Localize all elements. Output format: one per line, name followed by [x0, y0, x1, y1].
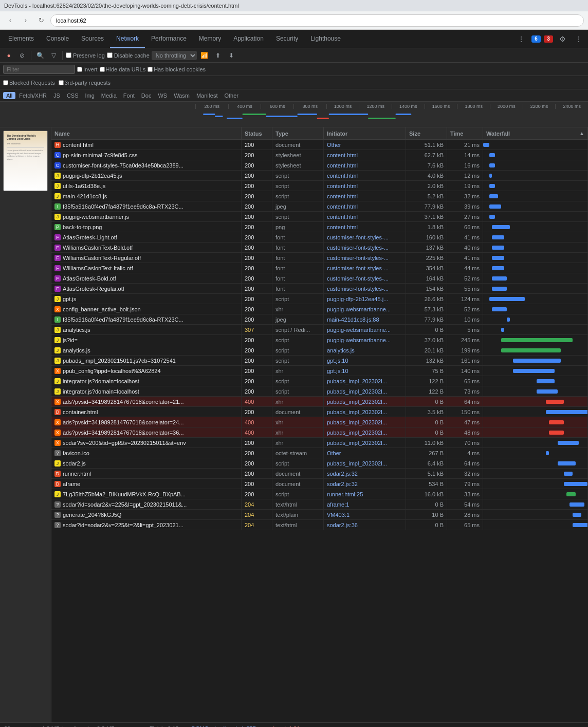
table-row[interactable]: I f35f5a916a0f4ed7fa4879f1ee9d6c8a-RTX23… [51, 314, 588, 325]
td-initiator[interactable]: pugpig-websmartbanne... [324, 335, 406, 345]
invert-label[interactable]: Invert [77, 66, 98, 72]
table-row[interactable]: C customiser-font-styles-75ca0de34e50bca… [51, 160, 588, 171]
table-row[interactable]: J main-421d1cc8.js 200 script content.ht… [51, 191, 588, 201]
disable-cache-checkbox[interactable] [107, 52, 113, 58]
td-initiator[interactable]: customiser-font-styles-... [324, 243, 406, 252]
table-row[interactable]: J pubads_impl_20230215011.js?cb=31072541… [51, 356, 588, 366]
td-initiator[interactable]: gpt.js:10 [324, 366, 406, 376]
table-row[interactable]: C pp-skin-minimal-7c9fe8d5.css 200 style… [51, 150, 588, 160]
td-initiator[interactable]: customiser-font-styles-... [324, 273, 406, 283]
tab-performance[interactable]: Performance [145, 30, 193, 48]
address-bar[interactable] [50, 14, 584, 27]
td-initiator[interactable]: pubads_impl_202302l... [324, 417, 406, 427]
td-initiator[interactable]: pubads_impl_202302l... [324, 427, 406, 437]
table-row[interactable]: ? sodar?id=sodar2&v=225&t=2&li=gpt_20230… [51, 520, 588, 530]
td-initiator[interactable]: pubads_impl_202302l... [324, 438, 406, 448]
table-row[interactable]: J analytics.js 307 script / Redi... pugp… [51, 325, 588, 335]
th-initiator[interactable]: Initiator [324, 127, 406, 139]
td-initiator[interactable]: customiser-font-styles-... [324, 284, 406, 293]
table-row[interactable]: X sodar?sv=200&tid=gpt&tv=20230215011&st… [51, 438, 588, 448]
table-row[interactable]: ? favicon.ico 200 octet-stream Other 267… [51, 448, 588, 458]
td-initiator[interactable]: content.html [324, 212, 406, 221]
tab-network[interactable]: Network [110, 30, 145, 48]
record-button[interactable]: ● [3, 50, 14, 61]
table-row[interactable]: J sodar2.js 200 script pubads_impl_20230… [51, 458, 588, 469]
tab-sources[interactable]: Sources [75, 30, 110, 48]
type-btn-css[interactable]: CSS [64, 92, 82, 99]
table-row[interactable]: J analytics.js 200 script analytics.js 2… [51, 345, 588, 356]
search-button[interactable]: 🔍 [34, 50, 46, 61]
td-initiator[interactable]: VM403:1 [324, 510, 406, 519]
th-size[interactable]: Size [406, 127, 447, 139]
tab-console[interactable]: Console [40, 30, 75, 48]
throttle-select[interactable]: No throttling [152, 51, 197, 60]
type-btn-all[interactable]: All [3, 92, 15, 99]
th-status[interactable]: Status [242, 127, 272, 139]
td-initiator[interactable]: customiser-font-styles-... [324, 263, 406, 273]
table-row[interactable]: X ads?pvsid=3419892814767018&correlator=… [51, 397, 588, 407]
tab-memory[interactable]: Memory [193, 30, 227, 48]
type-btn-ws[interactable]: WS [155, 92, 170, 99]
td-initiator[interactable]: pugpig-websmartbanne... [324, 304, 406, 314]
type-btn-manifest[interactable]: Manifest [193, 92, 221, 99]
filter-button[interactable]: ▽ [48, 50, 59, 61]
table-row[interactable]: X ppub_config?ippd=localhost%3A62824 200… [51, 366, 588, 376]
td-initiator[interactable]: pubads_impl_202302l... [324, 376, 406, 386]
td-initiator[interactable]: pubads_impl_202302l... [324, 397, 406, 406]
back-button[interactable]: ‹ [4, 14, 16, 27]
table-row[interactable]: D aframe 200 document sodar2.js:32 534 B… [51, 479, 588, 489]
export-button[interactable]: ⬇ [226, 50, 237, 61]
table-row[interactable]: J gpt.js 200 script pugpig-dfp-2b12ea45.… [51, 294, 588, 304]
tab-elements[interactable]: Elements [2, 30, 40, 48]
type-btn-fetch-xhr[interactable]: Fetch/XHR [16, 92, 50, 99]
third-party-checkbox[interactable] [59, 80, 64, 85]
tab-security[interactable]: Security [270, 30, 304, 48]
blocked-requests-checkbox[interactable] [3, 80, 8, 85]
th-time[interactable]: Time [447, 127, 483, 139]
type-btn-other[interactable]: Other [221, 92, 242, 99]
td-initiator[interactable]: Other [324, 140, 406, 150]
td-initiator[interactable]: customiser-font-styles-... [324, 232, 406, 242]
table-row[interactable]: J 7Lg35IthZ5bMa2_BIKuudMRVkX-RcQ_BXpAB..… [51, 489, 588, 499]
online-icon[interactable]: 📶 [199, 50, 210, 61]
table-row[interactable]: D container.html 200 document pubads_imp… [51, 407, 588, 417]
preserve-log-checkbox[interactable] [66, 52, 71, 58]
table-row[interactable]: F WilliamsCaslonText-Regular.otf 200 fon… [51, 253, 588, 263]
table-row[interactable]: F AtlasGrotesk-Light.otf 200 font custom… [51, 232, 588, 243]
td-initiator[interactable]: content.html [324, 160, 406, 170]
preserve-log-label[interactable]: Preserve log [66, 52, 105, 59]
td-initiator[interactable]: content.html [324, 181, 406, 191]
table-row[interactable]: X ads?pvsid=3419892814767018&correlator=… [51, 417, 588, 427]
td-initiator[interactable]: content.html [324, 201, 406, 211]
clear-button[interactable]: ⊘ [16, 50, 28, 61]
td-initiator[interactable]: pubads_impl_202302l... [324, 386, 406, 396]
table-row[interactable]: J integrator.js?domain=localhost 200 scr… [51, 376, 588, 386]
td-initiator[interactable]: pugpig-websmartbanne... [324, 325, 406, 334]
tab-application[interactable]: Application [227, 30, 270, 48]
td-initiator[interactable]: aframe:1 [324, 499, 406, 509]
table-row[interactable]: J pugpig-dfp-2b12ea45.js 200 script cont… [51, 171, 588, 181]
td-initiator[interactable]: content.html [324, 191, 406, 201]
table-row[interactable]: H content.html 200 document Other 51.1 k… [51, 140, 588, 150]
type-btn-js[interactable]: JS [50, 92, 63, 99]
hide-data-urls-checkbox[interactable] [100, 67, 105, 72]
td-initiator[interactable]: customiser-font-styles-... [324, 253, 406, 263]
forward-button[interactable]: › [20, 14, 32, 27]
blocked-requests-label[interactable]: Blocked Requests [3, 80, 55, 86]
table-row[interactable]: J integrator.js?domain=localhost 200 scr… [51, 386, 588, 397]
devtools-settings-button[interactable]: ⚙ [555, 32, 569, 46]
th-type[interactable]: Type [272, 127, 324, 139]
table-row[interactable]: I f35f5a916a0f4ed7fa4879f1ee9d6c8a-RTX23… [51, 201, 588, 212]
import-button[interactable]: ⬆ [212, 50, 224, 61]
disable-cache-label[interactable]: Disable cache [107, 52, 150, 59]
table-row[interactable]: F WilliamsCaslonText-Bold.otf 200 font c… [51, 243, 588, 253]
table-row[interactable]: F AtlasGrotesk-Regular.otf 200 font cust… [51, 284, 588, 294]
table-row[interactable]: F AtlasGrotesk-Bold.otf 200 font customi… [51, 273, 588, 284]
td-initiator[interactable]: content.html [324, 171, 406, 180]
td-initiator[interactable]: pugpig-dfp-2b12ea45.j... [324, 294, 406, 304]
filter-input[interactable] [3, 65, 75, 74]
type-btn-media[interactable]: Media [98, 92, 120, 99]
td-initiator[interactable]: sodar2.js:32 [324, 469, 406, 478]
table-row[interactable]: P back-to-top.png 200 png content.html 1… [51, 222, 588, 232]
td-initiator[interactable]: gpt.js:10 [324, 356, 406, 365]
